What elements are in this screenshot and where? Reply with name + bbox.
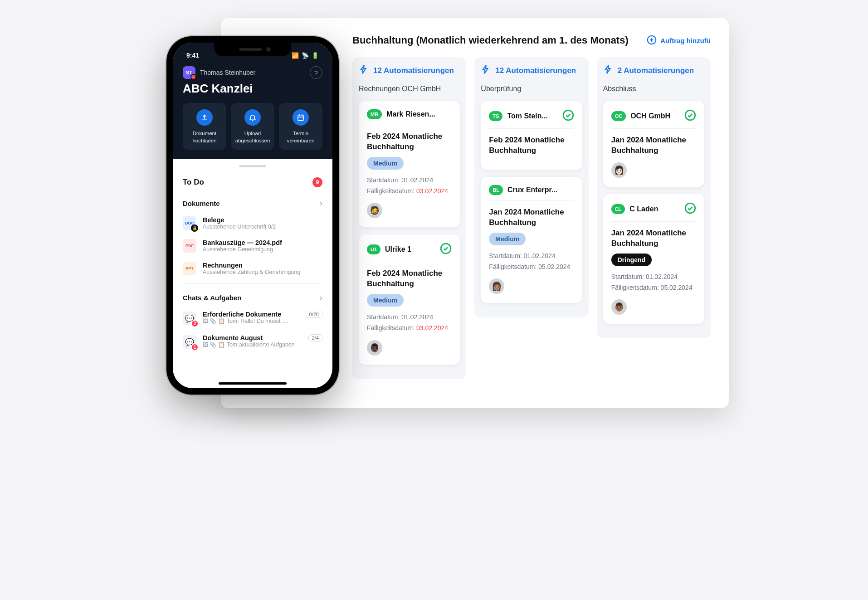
kanban-card[interactable]: BL Crux Enterpr... Jan 2024 Monatliche B…: [481, 177, 582, 303]
assignee-name: Crux Enterpr...: [507, 186, 557, 194]
user-name: Thomas Steinhuber: [200, 69, 255, 76]
check-icon: [684, 202, 696, 216]
column-title: Überprüfung: [481, 85, 582, 93]
card-avatar: 👨🏾: [611, 299, 627, 315]
document-row[interactable]: PPT Rechnungen Ausstehende Zahlung & Gen…: [173, 257, 332, 280]
signal-icon: 📶: [292, 52, 299, 59]
card-avatar: 👩🏽: [489, 278, 504, 294]
document-row[interactable]: DOC🔒 Belege Ausstehende Unterschrift 0/2: [173, 212, 332, 234]
card-dates: Startdatum: 01.02.2024 Fälligkeitsdatum:…: [611, 272, 696, 293]
quick-action-button[interactable]: Dokument hochladen: [183, 103, 226, 150]
chat-subtitle: 🖼 📎 📋 Tom aktualisierte Aufgaben: [203, 341, 302, 348]
assignee-name: Tom Stein...: [507, 112, 547, 120]
card-dates: Startdatum: 01.02.2024 Fälligkeitsdatum:…: [367, 312, 452, 334]
priority-pill: Dringend: [611, 254, 652, 266]
kanban-card[interactable]: TS Tom Stein... Feb 2024 Monatliche Buch…: [481, 101, 582, 170]
card-title: Feb 2024 Monatliche Buchhaltung: [367, 132, 452, 152]
automations-count[interactable]: 2 Automatisierungen: [603, 64, 704, 77]
assignee-chip: OC: [611, 111, 626, 121]
status-icons: 📶 📡 🔋: [292, 52, 319, 59]
document-row[interactable]: PDF Bankauszüge — 2024.pdf Ausstehende G…: [173, 234, 332, 257]
card-title: Feb 2024 Monatliche Buchhaltung: [489, 135, 574, 156]
home-indicator[interactable]: [219, 382, 287, 385]
board-title: Buchhaltung (Monatlich wiederkehrend am …: [352, 34, 629, 46]
document-title: Rechnungen: [203, 262, 300, 269]
kanban-card[interactable]: CL C Laden Jan 2024 Monatliche Buchhaltu…: [603, 194, 704, 324]
todo-heading: To Do: [183, 178, 204, 187]
assignee-name: Mark Riesen...: [386, 110, 435, 118]
kanban-card[interactable]: MR Mark Riesen... Feb 2024 Monatliche Bu…: [359, 101, 460, 227]
todo-count-badge: 9: [312, 177, 322, 187]
bolt-icon: [603, 64, 613, 77]
file-doc-icon: DOC🔒: [183, 216, 196, 230]
document-subtitle: Ausstehende Genehmigung: [203, 246, 282, 253]
priority-pill: Medium: [367, 157, 404, 170]
lock-icon: 🔒: [191, 224, 198, 232]
svg-rect-5: [298, 115, 303, 121]
task-count-pill: 2/4: [308, 334, 322, 341]
card-title: Jan 2024 Monatliche Buchhaltung: [611, 228, 696, 249]
unread-badge: 1: [191, 343, 199, 351]
chat-row[interactable]: 💬1 Dokumente August 🖼 📎 📋 Tom aktualisie…: [173, 330, 332, 353]
column-title: Rechnungen OCH GmbH: [359, 85, 460, 93]
quick-action-button[interactable]: Termin vereinbaren: [279, 103, 322, 150]
quick-action-label: Dokument hochladen: [185, 130, 224, 144]
sheet-grabber[interactable]: [239, 165, 266, 167]
assignee-chip: TS: [489, 111, 502, 121]
kanban-column: 12 Automatisierungen Rechnungen OCH GmbH…: [352, 57, 466, 379]
automations-count[interactable]: 12 Automatisierungen: [481, 64, 582, 77]
automations-count[interactable]: 12 Automatisierungen: [359, 64, 460, 77]
card-avatar: 👨🏿: [367, 340, 382, 356]
plus-icon: [647, 35, 657, 46]
card-title: Feb 2024 Monatliche Buchhaltung: [367, 268, 452, 289]
chats-section[interactable]: Chats & Aufgaben ›: [173, 288, 332, 306]
chat-icon: 💬1: [183, 335, 196, 349]
chat-row[interactable]: 💬2 Erforderliche Dokumente 🖼 📎 📋 Tom: Ha…: [173, 306, 332, 330]
phone-notch: [214, 43, 291, 56]
user-avatar[interactable]: ST: [183, 66, 195, 79]
upload-icon: [196, 109, 213, 126]
help-icon[interactable]: ?: [310, 66, 322, 79]
status-time: 9:41: [186, 52, 199, 59]
card-avatar: 👩🏻: [611, 162, 627, 178]
document-title: Bankauszüge — 2024.pdf: [203, 239, 282, 246]
file-pdf-icon: PDF: [183, 239, 196, 253]
document-subtitle: Ausstehende Unterschrift 0/2: [203, 224, 276, 230]
card-title: Jan 2024 Monatliche Buchhaltung: [611, 135, 696, 156]
chat-title: Dokumente August: [203, 334, 302, 341]
calendar-icon: [293, 109, 309, 126]
chats-heading: Chats & Aufgaben: [183, 294, 241, 302]
add-task-label: Auftrag hinzufü: [660, 37, 711, 44]
bolt-icon: [481, 64, 491, 77]
card-dates: Startdatum: 01.02.2024 Fälligkeitsdatum:…: [367, 175, 452, 197]
wifi-icon: 📡: [302, 52, 309, 59]
check-icon: [440, 243, 452, 256]
document-subtitle: Ausstehende Zahlung & Genehmigung: [203, 269, 300, 275]
documents-section[interactable]: Dokumente ›: [173, 193, 332, 212]
add-task-button[interactable]: Auftrag hinzufü: [647, 35, 711, 46]
assignee-name: C Laden: [629, 205, 658, 213]
assignee-chip: BL: [489, 185, 503, 195]
kanban-column: 12 Automatisierungen Überprüfung TS Tom …: [474, 57, 588, 317]
chat-icon: 💬2: [183, 312, 196, 325]
kanban-card[interactable]: U1 Ulrike 1 Feb 2024 Monatliche Buchhalt…: [359, 234, 460, 364]
chat-title: Erforderliche Dokumente: [203, 311, 299, 318]
mobile-preview: 9:41 📶 📡 🔋 ST Thomas Steinhuber ? ABC Ka…: [166, 36, 339, 395]
bell-icon: [244, 109, 261, 126]
battery-icon: 🔋: [312, 52, 319, 59]
assignee-chip: U1: [367, 244, 380, 254]
quick-action-label: Termin vereinbaren: [282, 130, 320, 144]
quick-action-label: Upload abgeschlossen: [234, 130, 272, 144]
unread-badge: 2: [191, 320, 199, 327]
quick-action-button[interactable]: Upload abgeschlossen: [231, 103, 274, 150]
kanban-card[interactable]: OC OCH GmbH Jan 2024 Monatliche Buchhalt…: [603, 101, 704, 187]
org-title: ABC Kanzlei: [183, 82, 322, 96]
check-icon: [562, 109, 574, 123]
document-title: Belege: [203, 216, 276, 224]
file-ppt-icon: PPT: [183, 262, 196, 275]
bolt-icon: [359, 64, 369, 77]
kanban-column: 2 Automatisierungen Abschluss OC OCH Gmb…: [597, 57, 711, 338]
chevron-right-icon: ›: [320, 293, 322, 302]
priority-pill: Medium: [489, 233, 526, 245]
task-count-pill: 0/20: [306, 311, 322, 318]
